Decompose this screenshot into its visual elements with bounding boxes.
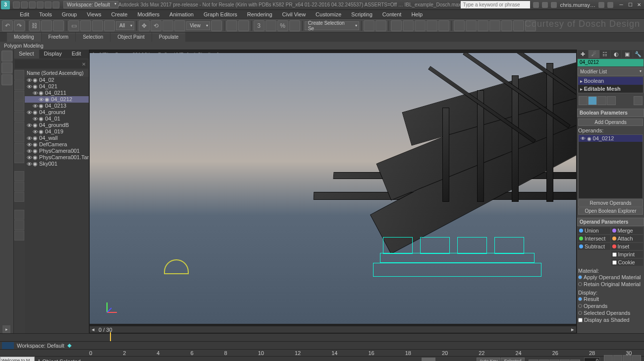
tree-row[interactable]: 👁◉ 04_0212: [25, 96, 89, 103]
bind-button[interactable]: [53, 20, 64, 31]
se-tab-display[interactable]: Display: [39, 50, 67, 59]
pin-stack-icon[interactable]: [579, 96, 588, 105]
se-display-3-icon[interactable]: [14, 192, 24, 202]
radio-result[interactable]: Result: [578, 296, 643, 302]
radio-retain-original[interactable]: Retain Original Material: [578, 281, 643, 288]
menu-help[interactable]: Help: [406, 10, 428, 18]
select-button[interactable]: ▭: [68, 20, 79, 31]
menu-modifiers[interactable]: Modifiers: [132, 10, 164, 18]
spinner-snap-button[interactable]: [289, 20, 300, 31]
time-slider[interactable]: ◂0 / 30▸: [90, 326, 576, 333]
minimize-button[interactable]: ─: [617, 1, 625, 8]
help-icon[interactable]: [607, 2, 613, 8]
op-subtract[interactable]: Subtract: [578, 243, 610, 250]
cp-tab-hierarchy[interactable]: ☷: [600, 50, 610, 58]
exchange-icon[interactable]: [533, 2, 539, 8]
menu-customize[interactable]: Customize: [311, 10, 346, 18]
se-filter-lights-icon[interactable]: [14, 101, 24, 111]
keyboard-shortcut-button[interactable]: [238, 20, 249, 31]
close-button[interactable]: ✕: [635, 1, 643, 8]
se-filter-space-icon[interactable]: [14, 132, 24, 142]
vp-nav-4-icon[interactable]: [632, 355, 641, 361]
cp-tab-display[interactable]: ▣: [622, 50, 632, 58]
se-tab-edit[interactable]: Edit: [67, 50, 86, 59]
operand-item[interactable]: 👁 ◉ 04_0212: [579, 135, 643, 142]
maxscript-listener[interactable]: Welcome to M: [0, 357, 35, 361]
undo-icon[interactable]: [37, 1, 44, 8]
se-search-input[interactable]: ✕: [15, 60, 88, 68]
remove-modifier-icon[interactable]: [607, 96, 616, 105]
tree-row[interactable]: 👁◉ 04_01: [25, 116, 89, 122]
auto-key-button[interactable]: Auto Key: [477, 358, 500, 361]
rollout-boolean-params[interactable]: Boolean Parameters: [577, 109, 644, 117]
se-column-header[interactable]: Name (Sorted Ascending): [25, 69, 89, 77]
menu-rendering[interactable]: Rendering: [242, 10, 277, 18]
cp-tab-motion[interactable]: ◐: [611, 50, 621, 58]
ribbon-tab-modeling[interactable]: Modeling: [7, 33, 41, 42]
current-frame-input[interactable]: 0: [584, 358, 600, 361]
render-prod-button[interactable]: [478, 20, 488, 31]
tree-row[interactable]: 👁◉ 04_02: [25, 77, 89, 83]
tree-row[interactable]: 👁◉ PhysCamera001: [25, 148, 89, 154]
tree-row[interactable]: 👁◉ Sky001: [25, 161, 89, 167]
tree-row[interactable]: 👁◉ 04_ground: [25, 109, 89, 116]
tree-row[interactable]: 👁◉ PhysCamera001.Target: [25, 154, 89, 161]
prev-frame-icon[interactable]: ◂: [539, 360, 549, 361]
ribbon-tab-selection[interactable]: Selection: [76, 33, 110, 42]
link-button[interactable]: ⛓: [29, 20, 40, 31]
redo-button[interactable]: ↷: [14, 20, 25, 31]
remove-operands-button[interactable]: Remove Operands: [578, 199, 643, 207]
mirror-button[interactable]: [364, 20, 375, 31]
render-cloud-button[interactable]: [501, 20, 512, 31]
radio-selected-operands[interactable]: Selected Operands: [578, 309, 643, 316]
modifier-list-dropdown[interactable]: Modifier List: [578, 67, 644, 76]
se-tab-select[interactable]: Select: [14, 50, 39, 59]
operands-list[interactable]: 👁 ◉ 04_0212: [578, 134, 643, 199]
workspace-label[interactable]: Workspace: Default: [17, 343, 64, 349]
a360-button[interactable]: [513, 20, 524, 31]
se-display-6-icon[interactable]: [14, 231, 24, 241]
curve-editor-button[interactable]: [415, 20, 426, 31]
user-name[interactable]: chris.murray…: [560, 2, 595, 8]
tree-row[interactable]: 👁◉ 04_0211: [25, 90, 89, 96]
op-merge[interactable]: Merge: [611, 227, 644, 234]
op-inset[interactable]: Inset: [611, 243, 644, 250]
se-filter-all-icon[interactable]: [14, 70, 24, 80]
op-union[interactable]: Union: [578, 227, 610, 234]
refcoord-dropdown[interactable]: View: [186, 21, 210, 30]
open-file-icon[interactable]: [21, 1, 28, 8]
se-filter-helpers-icon[interactable]: [14, 122, 24, 132]
maximize-button[interactable]: ☐: [626, 1, 634, 8]
vp-nav-2-icon[interactable]: [613, 355, 622, 361]
unlink-button[interactable]: [41, 20, 52, 31]
op-imprint[interactable]: Imprint: [611, 251, 644, 258]
set-key-big-button[interactable]: +: [422, 358, 435, 361]
se-display-5-icon[interactable]: [14, 220, 24, 230]
rail-expand-icon[interactable]: ▸: [2, 325, 10, 333]
color-swatch[interactable]: [2, 342, 14, 349]
time-ruler[interactable]: 024681012141618202224262830: [0, 349, 644, 356]
viewport[interactable]: [ + ] [PhysCamera001 ] [User Defined ] […: [89, 50, 577, 333]
ribbon-tab-object-paint[interactable]: Object Paint: [110, 33, 151, 42]
help-search-input[interactable]: [461, 1, 530, 8]
se-filter-particles-icon[interactable]: [14, 153, 24, 163]
placement-button[interactable]: [174, 20, 185, 31]
menu-edit[interactable]: Edit: [15, 10, 34, 18]
tree-row[interactable]: 👁◉ 04_wall: [25, 135, 89, 141]
se-display-2-icon[interactable]: [14, 181, 24, 191]
percent-snap-button[interactable]: %: [277, 20, 288, 31]
op-cookie[interactable]: Cookie: [611, 259, 644, 266]
select-name-button[interactable]: [80, 20, 91, 31]
rail-icon-2[interactable]: [1, 62, 12, 73]
scale-button[interactable]: [162, 20, 173, 31]
ribbon-panel[interactable]: Polygon Modeling: [0, 42, 644, 50]
stack-item-editable-mesh[interactable]: ▸ Editable Mesh: [578, 85, 643, 93]
schematic-view-button[interactable]: [427, 20, 437, 31]
se-filter-bone-icon[interactable]: [14, 143, 24, 153]
rendered-frame-button[interactable]: [466, 20, 477, 31]
select-manip-button[interactable]: [226, 20, 237, 31]
goto-start-icon[interactable]: ⏮: [529, 360, 538, 361]
signin-icon[interactable]: [551, 2, 557, 8]
menu-create[interactable]: Create: [106, 10, 132, 18]
se-filter-shapes-icon[interactable]: [14, 91, 24, 101]
